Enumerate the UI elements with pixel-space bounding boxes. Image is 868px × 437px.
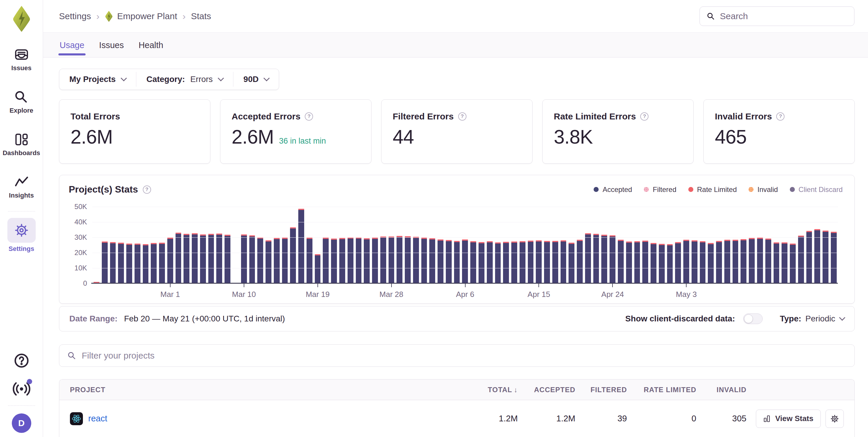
view-stats-button[interactable]: View Stats	[756, 410, 821, 428]
legend-item[interactable]: Client Discard	[790, 186, 843, 194]
bar[interactable]	[182, 207, 191, 283]
bar[interactable]	[305, 207, 314, 283]
bar[interactable]	[321, 207, 330, 283]
sidebar-item-insights[interactable]: Insights	[9, 174, 34, 199]
bar[interactable]	[469, 207, 477, 283]
legend-item[interactable]: Filtered	[644, 186, 676, 194]
bar[interactable]	[412, 207, 420, 283]
bar[interactable]	[633, 207, 642, 283]
column-project[interactable]: PROJECT	[70, 386, 466, 394]
bar[interactable]	[133, 207, 142, 283]
bar[interactable]	[461, 207, 469, 283]
bar[interactable]	[388, 207, 396, 283]
client-discard-toggle[interactable]	[743, 313, 763, 324]
sidebar-item-issues[interactable]: Issues	[11, 47, 32, 72]
bar[interactable]	[551, 207, 559, 283]
bar[interactable]	[658, 207, 666, 283]
bar[interactable]	[772, 207, 781, 283]
bar[interactable]	[215, 207, 223, 283]
bar[interactable]	[142, 207, 150, 283]
bar[interactable]	[723, 207, 732, 283]
bar[interactable]	[346, 207, 354, 283]
bar[interactable]	[584, 207, 592, 283]
info-icon[interactable]: ?	[640, 112, 649, 121]
help-button[interactable]	[13, 352, 30, 369]
bar[interactable]	[690, 207, 699, 283]
type-selector[interactable]: Type: Periodic	[780, 314, 844, 324]
bar[interactable]	[371, 207, 379, 283]
bar[interactable]	[231, 207, 240, 283]
bar[interactable]	[707, 207, 715, 283]
breadcrumb-stats[interactable]: Stats	[191, 11, 211, 21]
bar[interactable]	[535, 207, 543, 283]
bar[interactable]	[715, 207, 723, 283]
bar[interactable]	[297, 207, 305, 283]
bar[interactable]	[486, 207, 494, 283]
bar[interactable]	[314, 207, 322, 283]
project-link[interactable]: react	[88, 414, 107, 424]
project-filter[interactable]	[59, 344, 855, 367]
bar[interactable]	[101, 207, 109, 283]
bar[interactable]	[191, 207, 199, 283]
bar[interactable]	[223, 207, 231, 283]
bar[interactable]	[174, 207, 183, 283]
bar[interactable]	[797, 207, 805, 283]
bar[interactable]	[166, 207, 174, 283]
whats-new-button[interactable]	[13, 380, 30, 398]
bar[interactable]	[445, 207, 453, 283]
bar[interactable]	[477, 207, 486, 283]
info-icon[interactable]: ?	[305, 112, 313, 121]
info-icon[interactable]: ?	[776, 112, 784, 121]
breadcrumb-settings[interactable]: Settings	[59, 11, 91, 21]
bar[interactable]	[617, 207, 625, 283]
bar[interactable]	[281, 207, 289, 283]
bar[interactable]	[699, 207, 707, 283]
bar[interactable]	[813, 207, 822, 283]
legend-item[interactable]: Accepted	[594, 186, 632, 194]
bar[interactable]	[502, 207, 510, 283]
bar[interactable]	[428, 207, 436, 283]
breadcrumb-org[interactable]: Empower Plant	[105, 11, 177, 22]
bar[interactable]	[453, 207, 461, 283]
bar[interactable]	[780, 207, 788, 283]
bar[interactable]	[125, 207, 133, 283]
project-selector[interactable]: My Projects	[59, 75, 136, 84]
bar[interactable]	[395, 207, 404, 283]
bar[interactable]	[158, 207, 166, 283]
bar[interactable]	[494, 207, 502, 283]
bar[interactable]	[330, 207, 338, 283]
global-search[interactable]	[700, 6, 855, 26]
bar[interactable]	[518, 207, 527, 283]
bar[interactable]	[363, 207, 371, 283]
bar[interactable]	[289, 207, 297, 283]
bar[interactable]	[576, 207, 584, 283]
bar[interactable]	[109, 207, 117, 283]
sidebar-item-dashboards[interactable]: Dashboards	[3, 132, 40, 157]
bar[interactable]	[117, 207, 125, 283]
column-invalid[interactable]: INVALID	[717, 386, 746, 394]
bar[interactable]	[527, 207, 535, 283]
info-icon[interactable]: ?	[458, 112, 466, 121]
user-avatar[interactable]: D	[12, 413, 31, 433]
bar[interactable]	[559, 207, 568, 283]
bar[interactable]	[788, 207, 797, 283]
bar[interactable]	[600, 207, 608, 283]
sentry-logo[interactable]	[12, 5, 31, 32]
bar[interactable]	[748, 207, 756, 283]
bar[interactable]	[641, 207, 649, 283]
bar[interactable]	[92, 207, 101, 283]
category-selector[interactable]: Category: Errors	[136, 75, 233, 84]
bar[interactable]	[649, 207, 658, 283]
bar[interactable]	[625, 207, 633, 283]
sidebar-item-explore[interactable]: Explore	[9, 90, 33, 114]
bar[interactable]	[666, 207, 674, 283]
tab-issues[interactable]: Issues	[98, 40, 125, 57]
legend-item[interactable]: Rate Limited	[688, 186, 737, 194]
bar[interactable]	[543, 207, 551, 283]
bar[interactable]	[273, 207, 281, 283]
bar[interactable]	[248, 207, 256, 283]
bar[interactable]	[608, 207, 617, 283]
bar[interactable]	[436, 207, 445, 283]
bar[interactable]	[379, 207, 388, 283]
bar[interactable]	[354, 207, 363, 283]
